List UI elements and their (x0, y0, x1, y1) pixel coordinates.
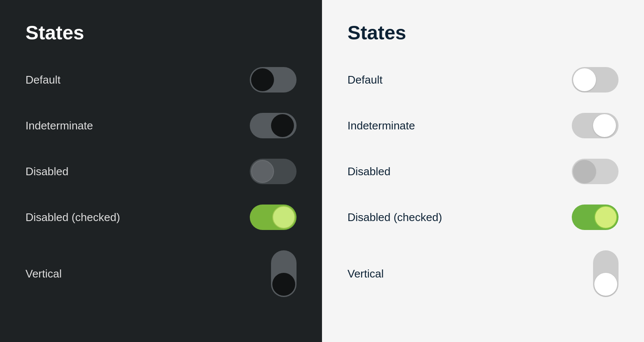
dark-vertical-thumb (272, 273, 295, 296)
light-disabled-thumb (573, 160, 596, 183)
light-disabled-checked-thumb (594, 206, 617, 229)
dark-vertical-toggle[interactable] (271, 250, 297, 297)
light-disabled-toggle-container (572, 159, 619, 184)
dark-disabled-thumb (251, 160, 274, 183)
dark-default-toggle[interactable] (250, 67, 297, 93)
dark-vertical-toggle-container (271, 250, 297, 297)
dark-indeterminate-thumb (271, 114, 294, 137)
light-indeterminate-row: Indeterminate (347, 103, 619, 149)
light-vertical-label: Vertical (347, 267, 384, 280)
light-vertical-toggle-container (593, 250, 619, 297)
light-default-label: Default (347, 73, 382, 87)
dark-indeterminate-toggle[interactable] (250, 113, 297, 138)
dark-disabled-toggle-container (250, 159, 297, 184)
light-disabled-checked-toggle-container (572, 205, 619, 230)
light-disabled-checked-toggle (572, 205, 619, 230)
dark-panel: States Default Indeterminate Disabled Di… (0, 0, 322, 342)
dark-panel-title: States (25, 21, 297, 44)
light-default-thumb (573, 68, 596, 91)
dark-default-label: Default (25, 73, 60, 87)
dark-disabled-checked-thumb (272, 206, 295, 229)
light-indeterminate-toggle-container (572, 113, 619, 138)
dark-vertical-row: Vertical (25, 240, 297, 307)
light-indeterminate-label: Indeterminate (347, 119, 415, 132)
dark-disabled-label: Disabled (25, 165, 68, 178)
light-disabled-row: Disabled (347, 149, 619, 194)
light-vertical-row: Vertical (347, 240, 619, 307)
dark-default-thumb (251, 68, 274, 91)
dark-disabled-checked-row: Disabled (checked) (25, 194, 297, 240)
dark-disabled-row: Disabled (25, 149, 297, 194)
light-default-toggle-container (572, 67, 619, 93)
light-indeterminate-thumb (593, 114, 616, 137)
dark-default-toggle-container (250, 67, 297, 93)
light-panel-title: States (347, 21, 619, 44)
light-panel: States Default Indeterminate Disabled Di… (322, 0, 644, 342)
light-vertical-toggle[interactable] (593, 250, 619, 297)
light-indeterminate-toggle[interactable] (572, 113, 619, 138)
light-disabled-label: Disabled (347, 165, 390, 178)
dark-indeterminate-label: Indeterminate (25, 119, 93, 132)
dark-default-row: Default (25, 57, 297, 103)
dark-disabled-toggle (250, 159, 297, 184)
light-disabled-checked-row: Disabled (checked) (347, 194, 619, 240)
dark-disabled-checked-toggle-container (250, 205, 297, 230)
light-disabled-checked-label: Disabled (checked) (347, 211, 442, 224)
light-default-row: Default (347, 57, 619, 103)
dark-disabled-checked-label: Disabled (checked) (25, 211, 120, 224)
light-disabled-toggle (572, 159, 619, 184)
dark-disabled-checked-toggle (250, 205, 297, 230)
dark-indeterminate-toggle-container (250, 113, 297, 138)
dark-vertical-label: Vertical (25, 267, 62, 280)
light-default-toggle[interactable] (572, 67, 619, 93)
dark-indeterminate-row: Indeterminate (25, 103, 297, 149)
light-vertical-thumb (594, 273, 617, 296)
